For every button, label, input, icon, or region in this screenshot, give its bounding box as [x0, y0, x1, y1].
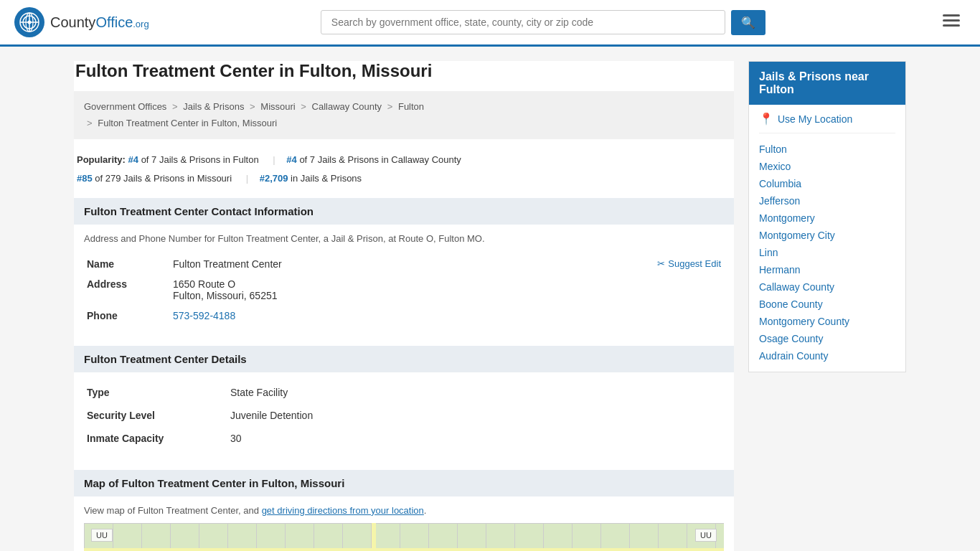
sidebar-list-item: Mexico — [759, 158, 895, 175]
location-pin-icon: 📍 — [759, 112, 773, 126]
map-section: Map of Fulton Treatment Center in Fulton… — [74, 470, 734, 551]
name-label: Name — [84, 254, 170, 274]
sidebar-link-0[interactable]: Fulton — [759, 143, 787, 155]
popularity-stat3: #85 of 279 Jails & Prisons in Missouri — [77, 169, 232, 188]
use-location-button[interactable]: 📍 Use My Location — [759, 112, 895, 133]
address-value: 1650 Route O Fulton, Missouri, 65251 — [170, 274, 724, 306]
sidebar-link-2[interactable]: Columbia — [759, 178, 801, 189]
search-input[interactable] — [321, 10, 725, 34]
sidebar-links-list: FultonMexicoColumbiaJeffersonMontgomeryM… — [759, 141, 895, 364]
popularity-section: Popularity: #4 of 7 Jails & Prisons in F… — [74, 151, 734, 198]
popularity-stat1: #4 of 7 Jails & Prisons in Fulton — [128, 151, 259, 169]
logo[interactable]: CountyOffice.org — [14, 7, 149, 37]
breadcrumb-link-2[interactable]: Jails & Prisons — [183, 101, 244, 112]
svg-point-5 — [28, 21, 32, 24]
breadcrumb-link-5[interactable]: Fulton — [398, 101, 424, 112]
details-type-row: Type State Facility — [84, 381, 724, 404]
details-section-header: Fulton Treatment Center Details — [74, 346, 734, 372]
sidebar-link-5[interactable]: Montgomery City — [759, 230, 835, 241]
sidebar-list-item: Fulton — [759, 141, 895, 158]
search-button[interactable]: 🔍 — [731, 10, 765, 35]
sidebar-list-item: Montgomery City — [759, 227, 895, 244]
logo-icon — [14, 7, 44, 37]
breadcrumb-sep: > — [301, 101, 306, 112]
details-capacity-row: Inmate Capacity 30 — [84, 427, 724, 450]
map-description: View map of Fulton Treatment Center, and… — [84, 505, 724, 516]
contact-description: Address and Phone Number for Fulton Trea… — [84, 233, 724, 244]
details-security-row: Security Level Juvenile Detention — [84, 404, 724, 427]
phone-value[interactable]: 573-592-4188 — [170, 306, 724, 326]
type-label: Type — [84, 381, 227, 404]
logo-text: CountyOffice.org — [50, 14, 149, 31]
contact-section-header: Fulton Treatment Center Contact Informat… — [74, 198, 734, 225]
sidebar-list-item: Linn — [759, 244, 895, 261]
search-icon: 🔍 — [741, 17, 755, 29]
sidebar-link-1[interactable]: Mexico — [759, 161, 791, 172]
sidebar-link-9[interactable]: Boone County — [759, 298, 823, 310]
sidebar-title: Jails & Prisons near Fulton — [749, 62, 905, 105]
map-label-right: UU — [695, 529, 717, 542]
sidebar: Jails & Prisons near Fulton 📍 Use My Loc… — [748, 61, 906, 551]
sidebar-list-item: Boone County — [759, 296, 895, 313]
page-title: Fulton Treatment Center in Fulton, Misso… — [74, 61, 734, 81]
popularity-stat4: #2,709 in Jails & Prisons — [260, 169, 362, 188]
popularity-label: Popularity: — [77, 154, 126, 165]
svg-rect-6 — [943, 14, 960, 17]
sidebar-list-item: Callaway County — [759, 278, 895, 296]
sidebar-link-3[interactable]: Jefferson — [759, 195, 800, 207]
breadcrumb-link-4[interactable]: Callaway County — [312, 101, 382, 112]
contact-address-row: Address 1650 Route O Fulton, Missouri, 6… — [84, 274, 724, 306]
sidebar-list-item: Audrain County — [759, 347, 895, 364]
breadcrumb: Government Offices > Jails & Prisons > M… — [74, 91, 734, 139]
map-container[interactable]: UU UU 📍 Fulton Treatment Center — [84, 523, 724, 551]
map-road-horizontal — [84, 548, 724, 551]
menu-button[interactable] — [937, 10, 966, 34]
capacity-label: Inmate Capacity — [84, 427, 227, 450]
contact-section: Fulton Treatment Center Contact Informat… — [74, 198, 734, 337]
map-background — [84, 523, 724, 551]
details-section: Fulton Treatment Center Details Type Sta… — [74, 346, 734, 461]
address-label: Address — [84, 274, 170, 306]
driving-directions-link[interactable]: get driving directions from your locatio… — [262, 505, 424, 516]
type-value: State Facility — [227, 381, 724, 404]
contact-name-row: Name Fulton Treatment Center ✂ Suggest E… — [84, 254, 724, 274]
breadcrumb-sep: > — [250, 101, 255, 112]
svg-rect-8 — [943, 24, 960, 27]
map-label-left: UU — [91, 529, 113, 542]
sidebar-list-item: Jefferson — [759, 192, 895, 209]
breadcrumb-link-3[interactable]: Missouri — [260, 101, 295, 112]
phone-link[interactable]: 573-592-4188 — [173, 310, 235, 321]
sidebar-link-8[interactable]: Callaway County — [759, 281, 834, 293]
svg-rect-7 — [943, 19, 960, 22]
sidebar-list-item: Columbia — [759, 175, 895, 192]
use-location-label: Use My Location — [778, 113, 852, 125]
breadcrumb-link-6[interactable]: Fulton Treatment Center in Fulton, Misso… — [98, 118, 277, 128]
map-section-header: Map of Fulton Treatment Center in Fulton… — [74, 470, 734, 496]
security-label: Security Level — [84, 404, 227, 427]
sidebar-list-item: Osage County — [759, 330, 895, 347]
name-value: Fulton Treatment Center ✂ Suggest Edit — [170, 254, 724, 274]
popularity-stat2: #4 of 7 Jails & Prisons in Callaway Coun… — [286, 151, 461, 169]
sidebar-list-item: Montgomery County — [759, 313, 895, 330]
sidebar-box: Jails & Prisons near Fulton 📍 Use My Loc… — [748, 61, 906, 372]
sidebar-link-6[interactable]: Linn — [759, 247, 778, 258]
contact-phone-row: Phone 573-592-4188 — [84, 306, 724, 326]
map-road-vertical — [372, 523, 376, 551]
breadcrumb-sep: > — [172, 101, 178, 112]
breadcrumb-link-1[interactable]: Government Offices — [84, 101, 166, 112]
phone-label: Phone — [84, 306, 170, 326]
sidebar-link-11[interactable]: Osage County — [759, 333, 824, 344]
security-value: Juvenile Detention — [227, 404, 724, 427]
sidebar-list-item: Montgomery — [759, 209, 895, 227]
sidebar-link-10[interactable]: Montgomery County — [759, 316, 849, 327]
breadcrumb-sep: > — [87, 118, 93, 128]
breadcrumb-sep: > — [387, 101, 393, 112]
sidebar-list-item: Hermann — [759, 261, 895, 278]
suggest-edit-button[interactable]: ✂ Suggest Edit — [657, 258, 721, 269]
sidebar-link-7[interactable]: Hermann — [759, 264, 801, 276]
capacity-value: 30 — [227, 427, 724, 450]
sidebar-body: 📍 Use My Location FultonMexicoColumbiaJe… — [749, 105, 905, 372]
suggest-edit-icon: ✂ — [657, 258, 665, 269]
sidebar-link-12[interactable]: Audrain County — [759, 350, 829, 362]
sidebar-link-4[interactable]: Montgomery — [759, 212, 815, 224]
